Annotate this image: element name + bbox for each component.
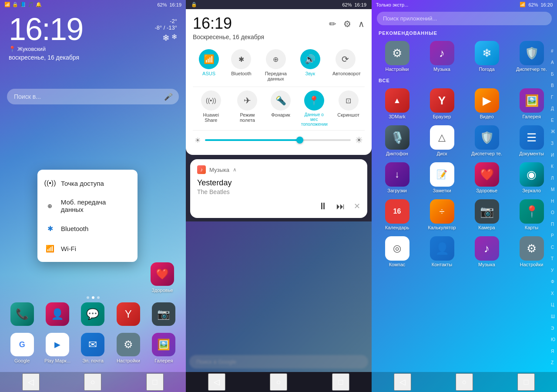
- gear-icon[interactable]: ⚙: [343, 19, 351, 29]
- app-settings[interactable]: ⚙ Настройки: [114, 333, 143, 363]
- toggle-data[interactable]: ⊕ Передача данных: [264, 49, 288, 81]
- app-downloads[interactable]: ↓ Загрузки: [376, 161, 418, 195]
- toggle-bluetooth[interactable]: ✱ Bluetooth: [231, 49, 251, 81]
- app-health2[interactable]: ❤️ Здоровье: [466, 161, 508, 195]
- next-button[interactable]: ⏭: [336, 201, 345, 211]
- app-camera2[interactable]: 📷 Камера: [466, 198, 508, 232]
- app-contacts[interactable]: 👤: [43, 302, 72, 326]
- brightness-slider[interactable]: [205, 139, 351, 141]
- toggle-location[interactable]: 📍 Данные о мес тоположении: [301, 90, 327, 127]
- toggle-airplane[interactable]: ✈ Режим полета: [234, 90, 260, 127]
- toggle-rotate[interactable]: ⟳ Автоповорот: [332, 49, 359, 81]
- alpha-hash[interactable]: #: [551, 49, 555, 54]
- alpha-A[interactable]: А: [551, 60, 555, 65]
- alpha-Zh[interactable]: Ж: [551, 129, 555, 134]
- app-camera[interactable]: 📷: [149, 302, 178, 326]
- app-search-input[interactable]: [377, 12, 552, 25]
- app-calendar[interactable]: 16 Календарь: [376, 198, 418, 232]
- app-drive[interactable]: △ Диск: [421, 124, 463, 158]
- app-messages[interactable]: 💬: [78, 302, 107, 326]
- context-wifi[interactable]: 📶 Wi-Fi: [37, 238, 138, 258]
- music-expand-arrow[interactable]: ∧: [233, 167, 237, 173]
- context-data[interactable]: ⊕ Моб. передача данных: [37, 193, 138, 218]
- alpha-G[interactable]: Г: [551, 95, 555, 100]
- alpha-K[interactable]: К: [551, 164, 555, 169]
- search-input[interactable]: [7, 89, 179, 104]
- alpha-M[interactable]: М: [551, 187, 555, 192]
- p2-recent-button[interactable]: □: [332, 373, 349, 391]
- app-video[interactable]: ▶ Видео: [466, 87, 508, 121]
- home-button[interactable]: ○: [84, 373, 101, 391]
- alpha-Z[interactable]: З: [551, 141, 555, 146]
- mic-icon[interactable]: 🎤: [164, 93, 173, 101]
- app-yandex[interactable]: Y: [114, 302, 143, 326]
- drawer-app-dispatcher[interactable]: 🛡️ Диспетчер те.: [510, 39, 553, 74]
- alpha-T[interactable]: Т: [551, 256, 555, 261]
- drawer-app-weather[interactable]: ❄ Погода: [466, 39, 508, 74]
- app-recorder[interactable]: 🎙️ Диктофон: [376, 124, 418, 158]
- p3-home-button[interactable]: ○: [456, 373, 473, 391]
- alpha-Ya[interactable]: Я: [551, 349, 555, 354]
- edit-icon[interactable]: ✏: [329, 19, 336, 29]
- toggle-sound[interactable]: 🔊 Звук: [300, 49, 320, 81]
- alpha-B[interactable]: Б: [551, 72, 555, 77]
- close-music-button[interactable]: ✕: [354, 201, 360, 211]
- alpha-Z-lat[interactable]: Z: [551, 360, 555, 365]
- recent-button[interactable]: □: [146, 373, 164, 391]
- alpha-S[interactable]: С: [551, 245, 555, 250]
- alpha-L[interactable]: Л: [551, 176, 555, 181]
- app-health[interactable]: ❤️ Здоровье: [148, 262, 177, 293]
- back-button[interactable]: ◁: [22, 373, 40, 391]
- p2-background: Поиск в Google: [186, 221, 372, 372]
- alpha-D[interactable]: Д: [551, 106, 555, 111]
- all-apps-grid: ▲ 3DMark Y Браузер ▶ Видео 🖼️ Галерея 🎙️…: [372, 85, 557, 271]
- p3-back-button[interactable]: ◁: [394, 373, 411, 391]
- p3-recent-button[interactable]: □: [517, 373, 535, 391]
- alpha-E[interactable]: Е: [551, 118, 555, 123]
- app-docs[interactable]: ☰ Документы: [510, 124, 553, 158]
- toggle-flashlight[interactable]: 🔦 Фонарик: [271, 90, 291, 127]
- app-play[interactable]: ▶ Play Марк...: [43, 333, 72, 363]
- app-browser[interactable]: Y Браузер: [421, 87, 463, 121]
- chevron-up-icon[interactable]: ∧: [358, 19, 365, 29]
- drawer-app-music[interactable]: ♪ Музыка: [421, 39, 463, 74]
- alpha-Sh[interactable]: Ш: [551, 314, 555, 319]
- app-music2[interactable]: ♪ Музыка: [466, 235, 508, 269]
- alpha-N[interactable]: Н: [551, 199, 555, 204]
- toggle-screenshot[interactable]: ⊡ Скриншот: [337, 90, 359, 127]
- alpha-Yu[interactable]: Ю: [551, 337, 555, 342]
- app-gallery[interactable]: 🖼️ Галерея: [149, 333, 178, 363]
- toggle-huawei-share[interactable]: ((•)) Huawei Share: [198, 90, 224, 127]
- alpha-I[interactable]: И: [551, 153, 555, 157]
- p2-home-button[interactable]: ○: [270, 373, 287, 391]
- context-hotspot[interactable]: ((•)) Точка доступа: [37, 173, 138, 193]
- alpha-EE[interactable]: Э: [551, 326, 555, 331]
- alpha-R[interactable]: Р: [551, 233, 555, 238]
- context-bluetooth[interactable]: ✱ Bluetooth: [37, 218, 138, 238]
- app-maps[interactable]: 📍 Карты: [510, 198, 553, 232]
- alpha-P[interactable]: П: [551, 222, 555, 227]
- app-phone[interactable]: 📞: [7, 302, 37, 326]
- app-compass[interactable]: ◎ Компас: [376, 235, 418, 269]
- blurred-search: Поиск в Google: [186, 352, 372, 372]
- alpha-Kh[interactable]: Х: [551, 291, 555, 296]
- app-settings2[interactable]: ⚙ Настройки: [510, 235, 553, 269]
- app-google[interactable]: G Google: [7, 333, 37, 363]
- drawer-app-settings[interactable]: ⚙ Настройки: [376, 39, 418, 74]
- app-3dmark[interactable]: ▲ 3DMark: [376, 87, 418, 121]
- p2-back-button[interactable]: ◁: [208, 373, 225, 391]
- alpha-F[interactable]: Ф: [551, 279, 555, 284]
- app-calculator[interactable]: ÷ Калькулятор: [421, 198, 463, 232]
- toggle-wifi[interactable]: 📶 ASUS: [199, 49, 219, 81]
- app-gallery2[interactable]: 🖼️ Галерея: [510, 87, 553, 121]
- alpha-Ts[interactable]: Ц: [551, 302, 555, 307]
- app-contacts2[interactable]: 👤 Контакты: [421, 235, 463, 269]
- app-email[interactable]: ✉ Эл. почта: [78, 333, 107, 363]
- app-dispatcher2[interactable]: 🛡️ Диспетчер те.: [466, 124, 508, 158]
- play-pause-button[interactable]: ⏸: [318, 201, 328, 212]
- app-mirror[interactable]: ◉ Зеркало: [510, 161, 553, 195]
- alpha-O[interactable]: О: [551, 210, 555, 215]
- alpha-U[interactable]: У: [551, 268, 555, 273]
- app-notes[interactable]: 📝 Заметки: [421, 161, 463, 195]
- alpha-V[interactable]: В: [551, 83, 555, 88]
